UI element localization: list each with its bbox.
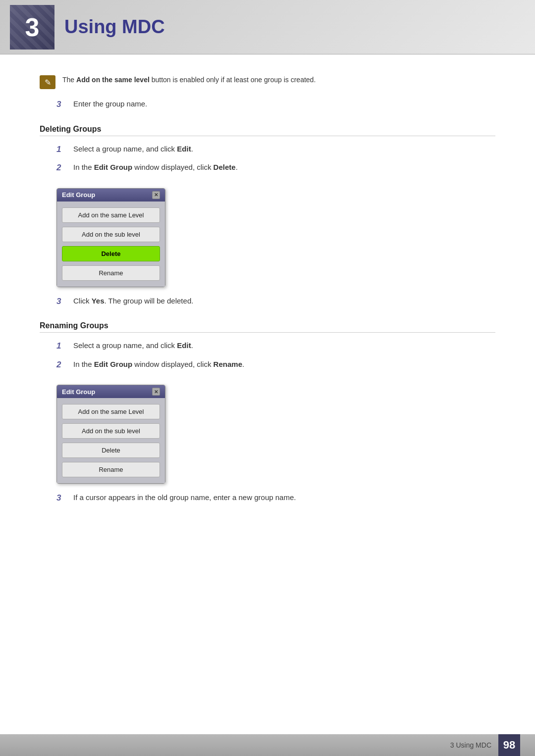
dialog-btn-sub-level-1[interactable]: Add on the sub level (62, 227, 160, 242)
step-enter-group-text: Enter the group name. (73, 98, 147, 110)
dialog-titlebar-delete: Edit Group ✕ (57, 189, 165, 202)
step-del-2: 2 In the Edit Group window displayed, cl… (56, 161, 495, 174)
chapter-number: 3 (25, 12, 40, 42)
step-num-ren-2: 2 (56, 358, 68, 371)
step-ren-2-text: In the Edit Group window displayed, clic… (73, 358, 244, 370)
dialog-window-delete: Edit Group ✕ Add on the same Level Add o… (56, 188, 165, 287)
dialog-btn-sub-level-2[interactable]: Add on the sub level (62, 423, 160, 439)
dialog-close-rename[interactable]: ✕ (152, 388, 160, 396)
step-num-ren-3: 3 (56, 492, 68, 504)
dialog-close-delete[interactable]: ✕ (152, 191, 160, 199)
dialog-titlebar-rename: Edit Group ✕ (57, 385, 165, 398)
dialog-btn-delete-2[interactable]: Delete (62, 443, 160, 458)
step-num-del-1: 1 (56, 143, 68, 156)
dialog-btn-same-level-2[interactable]: Add on the same Level (62, 404, 160, 419)
step-del-3-text: Click Yes. The group will be deleted. (73, 295, 193, 307)
step-num-ren-1: 1 (56, 340, 68, 353)
dialog-title-rename: Edit Group (62, 388, 95, 396)
note-text: The Add on the same level button is enab… (62, 74, 316, 85)
footer-section-label: 3 Using MDC (450, 741, 491, 749)
step-ren-1-text: Select a group name, and click Edit. (73, 340, 193, 352)
footer-page-number: 98 (498, 734, 520, 756)
dialog-btn-rename-2[interactable]: Rename (62, 462, 160, 477)
chapter-box: 3 (10, 5, 54, 50)
page-header: 3 Using MDC (0, 0, 535, 54)
step-del-3: 3 Click Yes. The group will be deleted. (56, 295, 495, 308)
step-ren-3-text: If a cursor appears in the old group nam… (73, 492, 296, 504)
section-heading-renaming: Renaming Groups (40, 321, 495, 333)
dialog-btn-rename-1[interactable]: Rename (62, 265, 160, 281)
dialog-window-rename: Edit Group ✕ Add on the same Level Add o… (56, 385, 165, 484)
step-num-3a: 3 (56, 98, 68, 111)
step-del-1-text: Select a group name, and click Edit. (73, 143, 193, 155)
step-num-del-2: 2 (56, 161, 68, 174)
edit-group-dialog-rename: Edit Group ✕ Add on the same Level Add o… (56, 385, 165, 484)
dialog-btn-delete-1[interactable]: Delete (62, 246, 160, 261)
section-heading-deleting: Deleting Groups (40, 125, 495, 136)
step-del-2-text: In the Edit Group window displayed, clic… (73, 161, 238, 173)
main-content: The Add on the same level button is enab… (0, 54, 535, 550)
dialog-body-delete: Add on the same Level Add on the sub lev… (57, 202, 165, 287)
dialog-title-delete: Edit Group (62, 191, 95, 199)
dialog-body-rename: Add on the same Level Add on the sub lev… (57, 398, 165, 483)
edit-group-dialog-delete: Edit Group ✕ Add on the same Level Add o… (56, 188, 165, 287)
note-icon (40, 75, 55, 89)
step-del-1: 1 Select a group name, and click Edit. (56, 143, 495, 156)
page-footer: 3 Using MDC 98 (0, 734, 535, 756)
step-ren-2: 2 In the Edit Group window displayed, cl… (56, 358, 495, 371)
step-num-del-3: 3 (56, 295, 68, 308)
step-ren-3: 3 If a cursor appears in the old group n… (56, 492, 495, 504)
chapter-title: Using MDC (64, 16, 165, 38)
step-enter-group: 3 Enter the group name. (56, 98, 495, 111)
dialog-btn-same-level-1[interactable]: Add on the same Level (62, 207, 160, 223)
step-ren-1: 1 Select a group name, and click Edit. (56, 340, 495, 353)
note-row: The Add on the same level button is enab… (40, 74, 495, 89)
